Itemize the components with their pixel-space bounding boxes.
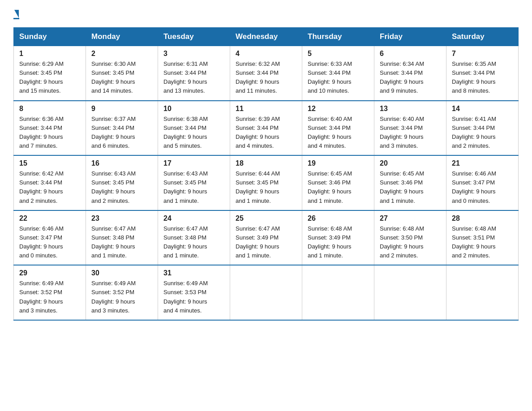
calendar-cell: 6Sunrise: 6:34 AMSunset: 3:44 PMDaylight… xyxy=(374,46,446,101)
day-info: Sunrise: 6:45 AMSunset: 3:46 PMDaylight:… xyxy=(380,169,441,206)
day-info: Sunrise: 6:40 AMSunset: 3:44 PMDaylight:… xyxy=(308,115,369,151)
calendar-cell: 16Sunrise: 6:43 AMSunset: 3:45 PMDayligh… xyxy=(86,155,158,210)
calendar-cell xyxy=(446,265,519,320)
calendar-cell: 20Sunrise: 6:45 AMSunset: 3:46 PMDayligh… xyxy=(374,155,446,210)
day-info: Sunrise: 6:47 AMSunset: 3:49 PMDaylight:… xyxy=(236,224,296,261)
calendar-header-row: SundayMondayTuesdayWednesdayThursdayFrid… xyxy=(14,28,519,46)
day-info: Sunrise: 6:31 AMSunset: 3:44 PMDaylight:… xyxy=(163,60,224,96)
calendar-cell: 30Sunrise: 6:49 AMSunset: 3:52 PMDayligh… xyxy=(86,265,158,320)
day-number: 9 xyxy=(91,105,152,113)
calendar-cell: 15Sunrise: 6:42 AMSunset: 3:44 PMDayligh… xyxy=(14,155,86,210)
day-number: 28 xyxy=(452,214,513,223)
day-info: Sunrise: 6:43 AMSunset: 3:45 PMDaylight:… xyxy=(91,169,152,206)
page-header xyxy=(13,9,519,19)
calendar-cell: 5Sunrise: 6:33 AMSunset: 3:44 PMDaylight… xyxy=(302,46,374,101)
day-number: 7 xyxy=(452,50,513,58)
day-number: 6 xyxy=(380,50,441,58)
logo-underline xyxy=(13,18,19,19)
calendar-cell: 9Sunrise: 6:37 AMSunset: 3:44 PMDaylight… xyxy=(86,101,158,156)
logo xyxy=(13,9,19,19)
calendar-cell: 1Sunrise: 6:29 AMSunset: 3:45 PMDaylight… xyxy=(14,46,86,101)
day-number: 2 xyxy=(91,50,152,58)
calendar-cell: 7Sunrise: 6:35 AMSunset: 3:44 PMDaylight… xyxy=(446,46,519,101)
logo-arrow-icon xyxy=(14,10,19,18)
calendar-cell: 25Sunrise: 6:47 AMSunset: 3:49 PMDayligh… xyxy=(230,210,302,265)
weekday-header-sunday: Sunday xyxy=(14,28,86,46)
calendar-cell: 21Sunrise: 6:46 AMSunset: 3:47 PMDayligh… xyxy=(446,155,519,210)
day-info: Sunrise: 6:47 AMSunset: 3:48 PMDaylight:… xyxy=(91,224,152,261)
weekday-header-thursday: Thursday xyxy=(302,28,374,46)
day-info: Sunrise: 6:49 AMSunset: 3:52 PMDaylight:… xyxy=(19,279,80,315)
day-info: Sunrise: 6:34 AMSunset: 3:44 PMDaylight:… xyxy=(380,60,441,96)
day-number: 26 xyxy=(308,214,369,223)
day-number: 20 xyxy=(380,159,441,167)
calendar-cell: 4Sunrise: 6:32 AMSunset: 3:44 PMDaylight… xyxy=(230,46,302,101)
calendar-table: SundayMondayTuesdayWednesdayThursdayFrid… xyxy=(13,27,519,321)
day-number: 14 xyxy=(452,105,513,113)
day-info: Sunrise: 6:43 AMSunset: 3:45 PMDaylight:… xyxy=(163,169,224,206)
calendar-cell: 22Sunrise: 6:46 AMSunset: 3:47 PMDayligh… xyxy=(14,210,86,265)
day-info: Sunrise: 6:39 AMSunset: 3:44 PMDaylight:… xyxy=(236,115,296,151)
weekday-header-friday: Friday xyxy=(374,28,446,46)
calendar-cell xyxy=(230,265,302,320)
day-number: 27 xyxy=(380,214,441,223)
day-number: 8 xyxy=(19,105,80,113)
day-info: Sunrise: 6:49 AMSunset: 3:52 PMDaylight:… xyxy=(91,279,152,315)
calendar-cell: 24Sunrise: 6:47 AMSunset: 3:48 PMDayligh… xyxy=(158,210,230,265)
day-number: 16 xyxy=(91,159,152,167)
calendar-cell: 17Sunrise: 6:43 AMSunset: 3:45 PMDayligh… xyxy=(158,155,230,210)
day-info: Sunrise: 6:49 AMSunset: 3:53 PMDaylight:… xyxy=(163,279,224,315)
day-info: Sunrise: 6:29 AMSunset: 3:45 PMDaylight:… xyxy=(19,60,80,96)
calendar-cell xyxy=(374,265,446,320)
day-info: Sunrise: 6:47 AMSunset: 3:48 PMDaylight:… xyxy=(163,224,224,261)
calendar-cell xyxy=(302,265,374,320)
day-info: Sunrise: 6:48 AMSunset: 3:49 PMDaylight:… xyxy=(308,224,369,261)
calendar-cell: 14Sunrise: 6:41 AMSunset: 3:44 PMDayligh… xyxy=(446,101,519,156)
day-number: 3 xyxy=(163,50,224,58)
day-number: 10 xyxy=(163,105,224,113)
day-info: Sunrise: 6:44 AMSunset: 3:45 PMDaylight:… xyxy=(236,169,296,206)
weekday-header-wednesday: Wednesday xyxy=(230,28,302,46)
day-info: Sunrise: 6:36 AMSunset: 3:44 PMDaylight:… xyxy=(19,115,80,151)
day-info: Sunrise: 6:45 AMSunset: 3:46 PMDaylight:… xyxy=(308,169,369,206)
calendar-week-row: 15Sunrise: 6:42 AMSunset: 3:44 PMDayligh… xyxy=(14,155,519,210)
day-number: 17 xyxy=(163,159,224,167)
day-number: 19 xyxy=(308,159,369,167)
calendar-cell: 11Sunrise: 6:39 AMSunset: 3:44 PMDayligh… xyxy=(230,101,302,156)
day-number: 24 xyxy=(163,214,224,223)
calendar-cell: 27Sunrise: 6:48 AMSunset: 3:50 PMDayligh… xyxy=(374,210,446,265)
day-info: Sunrise: 6:37 AMSunset: 3:44 PMDaylight:… xyxy=(91,115,152,151)
day-number: 31 xyxy=(163,269,224,277)
day-number: 22 xyxy=(19,214,80,223)
weekday-header-tuesday: Tuesday xyxy=(158,28,230,46)
day-number: 12 xyxy=(308,105,369,113)
day-info: Sunrise: 6:38 AMSunset: 3:44 PMDaylight:… xyxy=(163,115,224,151)
day-info: Sunrise: 6:40 AMSunset: 3:44 PMDaylight:… xyxy=(380,115,441,151)
day-info: Sunrise: 6:41 AMSunset: 3:44 PMDaylight:… xyxy=(452,115,513,151)
calendar-week-row: 29Sunrise: 6:49 AMSunset: 3:52 PMDayligh… xyxy=(14,265,519,320)
day-number: 5 xyxy=(308,50,369,58)
day-info: Sunrise: 6:32 AMSunset: 3:44 PMDaylight:… xyxy=(236,60,296,96)
day-number: 13 xyxy=(380,105,441,113)
day-info: Sunrise: 6:35 AMSunset: 3:44 PMDaylight:… xyxy=(452,60,513,96)
weekday-header-saturday: Saturday xyxy=(446,28,519,46)
calendar-cell: 19Sunrise: 6:45 AMSunset: 3:46 PMDayligh… xyxy=(302,155,374,210)
calendar-cell: 10Sunrise: 6:38 AMSunset: 3:44 PMDayligh… xyxy=(158,101,230,156)
calendar-cell: 2Sunrise: 6:30 AMSunset: 3:45 PMDaylight… xyxy=(86,46,158,101)
calendar-cell: 31Sunrise: 6:49 AMSunset: 3:53 PMDayligh… xyxy=(158,265,230,320)
calendar-cell: 13Sunrise: 6:40 AMSunset: 3:44 PMDayligh… xyxy=(374,101,446,156)
day-info: Sunrise: 6:48 AMSunset: 3:50 PMDaylight:… xyxy=(380,224,441,261)
calendar-cell: 28Sunrise: 6:48 AMSunset: 3:51 PMDayligh… xyxy=(446,210,519,265)
calendar-week-row: 8Sunrise: 6:36 AMSunset: 3:44 PMDaylight… xyxy=(14,101,519,156)
weekday-header-monday: Monday xyxy=(86,28,158,46)
day-info: Sunrise: 6:48 AMSunset: 3:51 PMDaylight:… xyxy=(452,224,513,261)
day-number: 11 xyxy=(236,105,296,113)
calendar-week-row: 22Sunrise: 6:46 AMSunset: 3:47 PMDayligh… xyxy=(14,210,519,265)
day-info: Sunrise: 6:46 AMSunset: 3:47 PMDaylight:… xyxy=(452,169,513,206)
day-info: Sunrise: 6:46 AMSunset: 3:47 PMDaylight:… xyxy=(19,224,80,261)
day-info: Sunrise: 6:42 AMSunset: 3:44 PMDaylight:… xyxy=(19,169,80,206)
day-info: Sunrise: 6:30 AMSunset: 3:45 PMDaylight:… xyxy=(91,60,152,96)
day-number: 30 xyxy=(91,269,152,277)
calendar-cell: 12Sunrise: 6:40 AMSunset: 3:44 PMDayligh… xyxy=(302,101,374,156)
calendar-cell: 18Sunrise: 6:44 AMSunset: 3:45 PMDayligh… xyxy=(230,155,302,210)
